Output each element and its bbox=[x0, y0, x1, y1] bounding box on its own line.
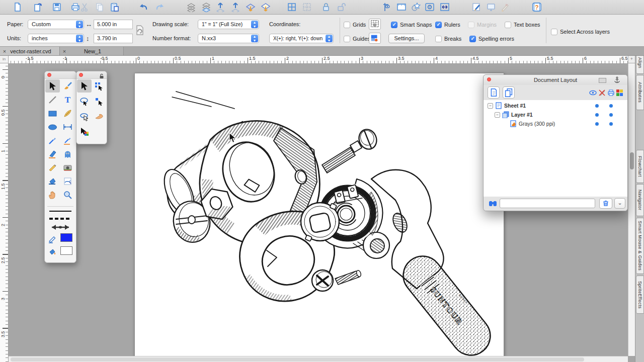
paste-icon[interactable] bbox=[110, 2, 120, 12]
collapse-panel-icon[interactable] bbox=[599, 78, 606, 83]
tab-smart-mouse-guides[interactable]: Smart Mouse & Guides bbox=[636, 218, 644, 274]
hand-tool[interactable] bbox=[45, 188, 60, 201]
exploded-ratchet-drawing[interactable]: SUNTOUR PATENT JAPAN bbox=[135, 73, 504, 356]
move-down-layer-icon[interactable] bbox=[230, 2, 240, 12]
breaks-checkbox[interactable]: Breaks bbox=[435, 35, 461, 42]
stroke-color-swatch[interactable] bbox=[60, 233, 72, 242]
h-ruler[interactable]: -1.5-1-0.500.511.522.533.544.555.566.5 bbox=[0, 55, 628, 64]
eyedropper-tool[interactable] bbox=[45, 134, 60, 147]
save-icon[interactable] bbox=[52, 2, 62, 12]
gear-box-icon[interactable] bbox=[425, 2, 435, 12]
print-icon[interactable] bbox=[70, 2, 80, 12]
drawing-scale-select[interactable]: 1" = 1" (Full Size)▲▼ bbox=[198, 20, 259, 29]
coordinates-select[interactable]: X(+): right, Y(+): down▲▼ bbox=[269, 34, 334, 43]
spelling-errors-checkbox[interactable]: Spelling errors bbox=[469, 35, 514, 42]
open-document-icon[interactable] bbox=[33, 2, 43, 12]
undo-icon[interactable] bbox=[138, 2, 148, 12]
cut-icon[interactable] bbox=[79, 2, 90, 12]
arrowhead-style[interactable] bbox=[48, 224, 73, 231]
guides-settings-button[interactable] bbox=[369, 33, 381, 44]
magic-wand-tool[interactable] bbox=[77, 125, 92, 138]
collapse-node-icon[interactable]: − bbox=[495, 112, 500, 118]
search-layers-icon[interactable] bbox=[489, 200, 497, 207]
lasso-select-tool[interactable] bbox=[77, 95, 92, 108]
send-to-back-icon[interactable] bbox=[261, 2, 271, 12]
new-document-icon[interactable] bbox=[13, 2, 23, 12]
visibility-dot[interactable] bbox=[595, 122, 599, 126]
stroke-style-solid[interactable] bbox=[49, 211, 71, 212]
tab-attributes[interactable]: Attributes bbox=[636, 75, 644, 110]
guides-checkbox[interactable]: Guides bbox=[344, 35, 370, 42]
lasso-path-tool[interactable] bbox=[77, 110, 92, 123]
layer-search-input[interactable] bbox=[500, 199, 595, 208]
horizontal-scroll-thumb[interactable] bbox=[11, 357, 584, 361]
group-icon[interactable] bbox=[287, 2, 297, 12]
tab-navigator[interactable]: Navigator bbox=[636, 184, 644, 216]
rotate-page-icon[interactable] bbox=[134, 25, 145, 37]
shape-effects-icon[interactable] bbox=[411, 2, 421, 12]
palette-titlebar[interactable] bbox=[76, 71, 107, 79]
stroke-color-tool[interactable] bbox=[45, 232, 60, 245]
bring-to-front-icon[interactable] bbox=[246, 2, 256, 12]
select-tool[interactable] bbox=[45, 79, 60, 93]
marker-tool[interactable] bbox=[45, 147, 60, 160]
stroke-style-dashed[interactable] bbox=[49, 218, 71, 220]
tree-row-image[interactable]: Grays (300 ppi) bbox=[484, 119, 627, 128]
new-sheet-button[interactable] bbox=[488, 86, 500, 99]
rectangle-tool[interactable] bbox=[45, 107, 60, 120]
text-tool[interactable]: T bbox=[60, 93, 75, 106]
print-dot[interactable] bbox=[609, 104, 613, 108]
fill-color-tool[interactable] bbox=[45, 245, 60, 258]
brush-tool[interactable] bbox=[60, 79, 75, 93]
move-up-layer-icon[interactable] bbox=[215, 2, 225, 12]
settings-button[interactable]: Settings... bbox=[388, 34, 425, 43]
line-tool[interactable] bbox=[45, 93, 60, 106]
layers-stack-icon[interactable] bbox=[186, 2, 196, 12]
panel-titlebar[interactable]: Document Layout bbox=[484, 75, 627, 85]
text-boxes-checkbox[interactable]: Text boxes bbox=[505, 21, 540, 28]
tree-row-layer[interactable]: − Layer #1 bbox=[484, 110, 627, 119]
v-ruler[interactable]: 00.511.522.533.5 bbox=[0, 55, 9, 362]
panel-options-button[interactable]: ⌄ bbox=[614, 198, 625, 209]
palette-titlebar[interactable] bbox=[45, 71, 76, 79]
smart-snaps-checkbox[interactable]: Smart Snaps bbox=[391, 21, 432, 28]
delete-layer-button[interactable] bbox=[599, 198, 612, 209]
screen-preview-icon[interactable] bbox=[486, 2, 496, 12]
close-tab-icon[interactable]: × bbox=[60, 48, 69, 54]
ruler-unit-corner[interactable]: in bbox=[0, 55, 9, 63]
paper-select[interactable]: Custom▲▼ bbox=[28, 20, 84, 29]
zoom-tool[interactable] bbox=[60, 188, 75, 201]
copy-icon[interactable] bbox=[95, 2, 105, 12]
help-icon[interactable]: ? bbox=[532, 2, 542, 12]
close-tab-icon[interactable]: × bbox=[0, 48, 9, 54]
lock-palette-icon[interactable] bbox=[99, 72, 104, 77]
number-format-select[interactable]: N.xx3▲▼ bbox=[198, 34, 259, 43]
print-column-icon[interactable] bbox=[607, 89, 615, 97]
page[interactable]: SUNTOUR PATENT JAPAN bbox=[134, 73, 504, 356]
tab-new-1[interactable]: × New_1 bbox=[60, 47, 124, 55]
anchor-panel-icon[interactable] bbox=[614, 76, 620, 83]
close-palette-icon[interactable] bbox=[47, 73, 51, 77]
tree-row-sheet[interactable]: − Sheet #1 bbox=[484, 101, 627, 110]
close-palette-icon[interactable] bbox=[79, 73, 83, 77]
paper-width-field[interactable]: 5.000 in bbox=[94, 20, 133, 29]
print-dot[interactable] bbox=[609, 122, 613, 126]
fill-color-swatch[interactable] bbox=[60, 246, 72, 255]
grid-settings-button[interactable] bbox=[369, 19, 381, 30]
visibility-dot[interactable] bbox=[595, 104, 599, 108]
horizontal-scrollbar[interactable] bbox=[9, 356, 628, 362]
tab-vector-raster[interactable]: × vector-raster.cvd bbox=[0, 47, 60, 55]
ungroup-icon[interactable] bbox=[302, 2, 312, 12]
print-dot[interactable] bbox=[609, 113, 613, 117]
tab-flowchart[interactable]: Flowchart bbox=[636, 150, 644, 183]
ruler-window-icon[interactable] bbox=[396, 2, 407, 12]
ellipse-tool[interactable] bbox=[45, 120, 60, 133]
paint-bucket-tool[interactable] bbox=[45, 174, 60, 188]
visibility-column-icon[interactable] bbox=[589, 89, 597, 97]
multi-select-tool[interactable] bbox=[92, 79, 106, 93]
knife-tool[interactable] bbox=[45, 161, 60, 174]
pointer-tool[interactable] bbox=[77, 79, 92, 93]
paper-height-field[interactable]: 3.790 in bbox=[94, 34, 133, 43]
units-select[interactable]: inches▲▼ bbox=[28, 34, 84, 43]
vertical-scroll-thumb[interactable] bbox=[630, 152, 634, 169]
